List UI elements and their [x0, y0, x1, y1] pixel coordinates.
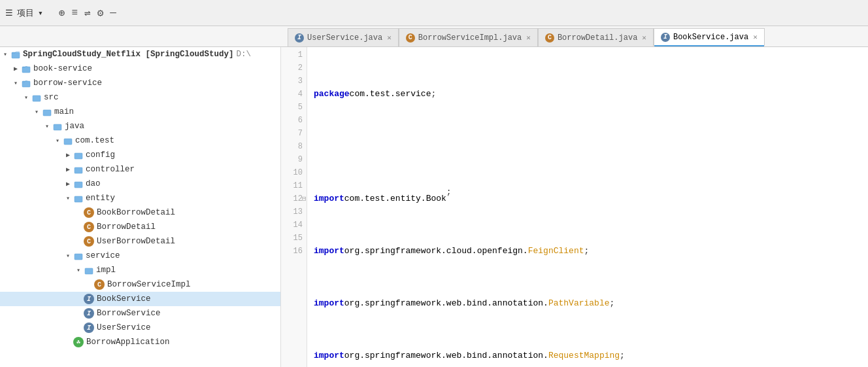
tab-close-BookService[interactable]: ✕: [753, 33, 758, 41]
svg-rect-4: [43, 110, 51, 116]
code-line-6: import org.springframework.web.bind.anno…: [314, 349, 868, 362]
code-editor[interactable]: 1 2 3 4 5 6 7 8 9 10 11 12 13 14 15 16 p…: [281, 47, 868, 367]
tab-icon-BorrowServiceImpl: C: [406, 33, 415, 43]
file-icon-UserBorrowDetail: C: [84, 236, 94, 247]
tree-label-controller: controller: [86, 165, 135, 174]
diff-icon[interactable]: ⇌: [84, 7, 91, 20]
tree-label-BorrowApplication: BorrowApplication: [86, 338, 170, 347]
dropdown-icon: ▾: [38, 8, 43, 18]
folder-icon-borrow-service: [21, 78, 31, 88]
main-content: ▾ SpringCloudStudy_Netflix [SpringCloudS…: [0, 47, 868, 367]
fold-3[interactable]: ⊟: [302, 192, 307, 205]
tree-item-BorrowService[interactable]: ▶ I BorrowService: [0, 306, 280, 321]
tree-item-entity[interactable]: ▾ entity: [0, 191, 280, 205]
svg-rect-9: [75, 182, 82, 188]
file-icon-BorrowDetail: C: [84, 222, 94, 232]
tree-label-dao: dao: [86, 179, 101, 188]
tree-label-BorrowServiceImpl: BorrowServiceImpl: [107, 280, 191, 289]
tree-label-BorrowService: BorrowService: [97, 309, 161, 318]
tree-item-service[interactable]: ▾ service: [0, 249, 280, 263]
tab-icon-UserService: I: [295, 33, 304, 43]
folder-icon-entity: [73, 193, 84, 203]
tab-label-BorrowServiceImpl: BorrowServiceImpl.java: [418, 33, 522, 43]
tree-item-java[interactable]: ▾ java: [0, 119, 280, 133]
svg-rect-11: [75, 254, 82, 260]
file-icon-BookService: I: [84, 294, 94, 304]
tree-item-BookBorrowDetail[interactable]: ▶ C BookBorrowDetail: [0, 205, 280, 220]
tab-label-BorrowDetail: BorrowDetail.java: [558, 33, 637, 43]
tree-item-src[interactable]: ▾ src: [0, 90, 280, 105]
tree-label-BookBorrowDetail: BookBorrowDetail: [97, 208, 175, 217]
tree-item-controller[interactable]: ▶ controller: [0, 162, 280, 177]
folder-icon-impl: [84, 265, 94, 275]
code-line-5: import org.springframework.web.bind.anno…: [314, 297, 868, 310]
file-icon-BookBorrowDetail: C: [84, 207, 94, 218]
structure-icon[interactable]: ≡: [71, 7, 78, 19]
tab-icon-BookService: I: [661, 33, 670, 42]
file-icon-UserService: I: [84, 323, 94, 333]
tree-label-borrow-service: borrow-service: [33, 79, 102, 88]
tree-item-UserBorrowDetail[interactable]: ▶ C UserBorrowDetail: [0, 234, 280, 249]
svg-rect-3: [33, 96, 41, 101]
project-icon: ☰: [5, 8, 13, 18]
file-icon-BorrowServiceImpl: C: [94, 279, 105, 290]
tab-UserService[interactable]: I UserService.java ✕: [288, 28, 399, 46]
minimize-icon[interactable]: —: [110, 7, 116, 19]
svg-rect-8: [75, 167, 82, 173]
svg-rect-7: [75, 153, 82, 159]
tree-label-book-service: book-service: [33, 64, 92, 73]
tree-item-borrow-service[interactable]: ▾ borrow-service: [0, 76, 280, 90]
tree-item-book-service[interactable]: ▶ book-service: [0, 61, 280, 76]
tree-label-impl: impl: [96, 266, 116, 275]
root-label: SpringCloudStudy_Netflix [SpringCloudStu…: [23, 50, 234, 59]
folder-icon-java: [52, 121, 63, 131]
folder-icon-com-test: [63, 135, 73, 146]
tree-item-BorrowDetail[interactable]: ▶ C BorrowDetail: [0, 220, 280, 234]
code-line-3: ⊟ import com.test.entity.Book;: [314, 192, 868, 205]
tab-close-BorrowServiceImpl[interactable]: ✕: [526, 33, 531, 42]
tab-BookService[interactable]: I BookService.java ✕: [654, 28, 765, 46]
project-menu[interactable]: ☰ 项目 ▾: [5, 7, 43, 19]
tree-item-BookService[interactable]: ▶ I BookService: [0, 292, 280, 306]
tree-root[interactable]: ▾ SpringCloudStudy_Netflix [SpringCloudS…: [0, 47, 280, 61]
svg-rect-5: [54, 124, 61, 130]
tree-label-entity: entity: [86, 194, 115, 203]
code-line-1: package com.test.service;: [314, 88, 868, 101]
file-icon-BorrowApplication: ☘: [73, 337, 84, 347]
folder-icon-book-service: [21, 63, 31, 74]
tree-item-com-test[interactable]: ▾ com.test: [0, 133, 280, 148]
svg-rect-6: [64, 139, 72, 145]
svg-rect-2: [22, 81, 30, 87]
tab-close-UserService[interactable]: ✕: [387, 33, 392, 42]
settings-icon[interactable]: ⚙: [97, 7, 104, 20]
tree-item-main[interactable]: ▾ main: [0, 105, 280, 119]
code-content[interactable]: package com.test.service; ⊟ import com.t…: [307, 47, 868, 367]
tree-label-BorrowDetail: BorrowDetail: [97, 222, 156, 232]
navigate-icon[interactable]: ⊕: [59, 7, 65, 20]
tab-label-UserService: UserService.java: [307, 33, 382, 43]
svg-rect-1: [22, 67, 30, 73]
tab-close-BorrowDetail[interactable]: ✕: [642, 33, 646, 42]
tab-BorrowServiceImpl[interactable]: C BorrowServiceImpl.java ✕: [399, 28, 538, 46]
folder-icon-config: [73, 150, 84, 160]
tab-BorrowDetail[interactable]: C BorrowDetail.java ✕: [538, 28, 654, 46]
tree-item-BorrowServiceImpl[interactable]: ▶ C BorrowServiceImpl: [0, 277, 280, 292]
svg-rect-10: [75, 196, 82, 202]
root-path: D:\: [237, 50, 252, 59]
svg-rect-12: [85, 268, 93, 274]
folder-icon-service: [73, 251, 84, 261]
tree-item-config[interactable]: ▶ config: [0, 148, 280, 162]
tree-item-impl[interactable]: ▾ impl: [0, 263, 280, 277]
folder-icon-main: [42, 107, 52, 117]
tab-icon-BorrowDetail: C: [545, 33, 554, 43]
tree-label-java: java: [65, 122, 84, 131]
tree-item-dao[interactable]: ▶ dao: [0, 177, 280, 191]
tab-label-BookService: BookService.java: [673, 33, 748, 42]
top-bar: ☰ 项目 ▾ ⊕ ≡ ⇌ ⚙ —: [0, 0, 868, 26]
tree-label-com-test: com.test: [75, 136, 114, 145]
toolbar-icons: ⊕ ≡ ⇌ ⚙ —: [59, 7, 116, 20]
tree-item-BorrowApplication[interactable]: ▶ ☘ BorrowApplication: [0, 335, 280, 349]
tabs-bar: I UserService.java ✕ C BorrowServiceImpl…: [0, 26, 868, 47]
tree-label-service: service: [86, 251, 120, 260]
tree-item-UserService[interactable]: ▶ I UserService: [0, 321, 280, 335]
